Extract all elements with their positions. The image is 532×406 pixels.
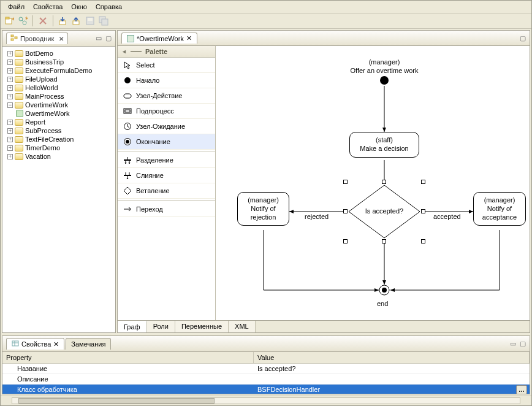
tree-item[interactable]: +MainProcess bbox=[2, 92, 115, 101]
maximize-icon[interactable]: ▢ bbox=[520, 340, 526, 348]
right-node[interactable]: (manager) Notify of acceptance bbox=[473, 192, 526, 226]
tree-item[interactable]: +Report bbox=[2, 118, 115, 126]
menu-window[interactable]: Окно bbox=[67, 2, 91, 12]
editor-header: *OwertimeWork ✕ ▢ bbox=[118, 31, 530, 46]
expand-icon[interactable]: + bbox=[7, 145, 13, 151]
drag-handle-icon[interactable] bbox=[131, 51, 142, 52]
tree-label: BotDemo bbox=[25, 50, 53, 57]
palette-item-subprocess[interactable]: Подпроцесс bbox=[118, 104, 215, 119]
col-value[interactable]: Value bbox=[254, 352, 530, 363]
palette-item-fork[interactable]: Разделение bbox=[118, 153, 215, 168]
tree-item[interactable]: +TextFileCreation bbox=[2, 135, 115, 144]
properties-columns: Property Value bbox=[2, 352, 530, 364]
palette-item-end[interactable]: Окончание bbox=[118, 134, 215, 150]
close-icon[interactable]: ✕ bbox=[186, 34, 192, 42]
col-property[interactable]: Property bbox=[2, 352, 254, 363]
new-process-icon[interactable]: ✶ bbox=[18, 16, 28, 26]
palette-header[interactable]: ◄ Palette bbox=[118, 46, 215, 58]
expand-icon[interactable]: + bbox=[7, 68, 13, 74]
editor-tab-xml[interactable]: XML bbox=[229, 321, 256, 332]
expand-icon[interactable]: + bbox=[7, 77, 13, 82]
property-value[interactable]: Is accepted? bbox=[254, 364, 530, 373]
tree-item-child[interactable]: OwertimeWork bbox=[2, 109, 115, 118]
expand-icon[interactable]: + bbox=[7, 154, 13, 159]
expand-icon[interactable]: + bbox=[7, 128, 13, 134]
start-node[interactable] bbox=[379, 75, 389, 85]
tab-label: Замечания bbox=[71, 340, 105, 348]
export-icon[interactable] bbox=[72, 16, 82, 26]
scrollbar-thumb[interactable] bbox=[18, 398, 215, 404]
tree-item[interactable]: +SubProcess bbox=[2, 126, 115, 135]
close-icon[interactable]: ✕ bbox=[59, 36, 64, 42]
palette-item-select[interactable]: Select bbox=[118, 58, 215, 73]
tree-item[interactable]: +HelloWorld bbox=[2, 83, 115, 92]
tree-item[interactable]: +TimerDemo bbox=[2, 144, 115, 152]
menu-file[interactable]: Файл bbox=[4, 2, 28, 12]
tree-item[interactable]: +BusinessTrip bbox=[2, 58, 115, 66]
diagram-canvas[interactable]: (manager) Offer an overtime work (staff)… bbox=[216, 46, 530, 320]
explorer-tab[interactable]: Проводник ✕ bbox=[6, 33, 68, 44]
tree-item[interactable]: +BotDemo bbox=[2, 49, 115, 58]
save-all-icon[interactable] bbox=[99, 16, 108, 26]
remarks-tab[interactable]: Замечания bbox=[66, 338, 111, 350]
explorer-tree: +BotDemo +BusinessTrip +ExecuteFormulaDe… bbox=[2, 47, 115, 332]
expand-icon[interactable]: + bbox=[7, 137, 13, 142]
collapse-icon[interactable]: − bbox=[7, 102, 13, 108]
svg-point-37 bbox=[382, 288, 387, 293]
palette-item-branch[interactable]: Ветвление bbox=[118, 183, 215, 199]
save-icon[interactable] bbox=[85, 16, 95, 26]
svg-rect-16 bbox=[11, 39, 13, 40]
palette-item-action[interactable]: Узел-Действие bbox=[118, 88, 215, 104]
property-row[interactable]: Описание bbox=[2, 374, 530, 385]
expand-icon[interactable]: + bbox=[7, 94, 13, 99]
palette-label: Переход bbox=[136, 205, 163, 213]
import-icon[interactable] bbox=[58, 16, 68, 26]
cursor-icon bbox=[123, 60, 132, 70]
folder-icon bbox=[15, 50, 23, 57]
expand-icon[interactable]: + bbox=[7, 120, 13, 125]
properties-tab[interactable]: Свойства ✕ bbox=[6, 338, 64, 350]
minimize-icon[interactable]: ▭ bbox=[510, 340, 516, 348]
menu-help[interactable]: Справка bbox=[92, 2, 126, 12]
decision-node[interactable]: (staff) Make a decision bbox=[349, 132, 419, 158]
maximize-icon[interactable]: ▢ bbox=[105, 34, 112, 42]
property-name: Название bbox=[2, 364, 254, 373]
separator bbox=[32, 15, 33, 26]
folder-icon bbox=[15, 119, 23, 126]
property-value[interactable] bbox=[254, 374, 530, 384]
palette-item-transition[interactable]: Переход bbox=[118, 202, 215, 217]
expand-icon[interactable]: + bbox=[7, 51, 13, 56]
folder-icon bbox=[15, 128, 23, 134]
palette-item-wait[interactable]: Узел-Ожидание bbox=[118, 119, 215, 134]
left-node[interactable]: (manager) Notify of rejection bbox=[237, 192, 289, 226]
tree-item[interactable]: −OvertimeWork bbox=[2, 101, 115, 109]
collapse-left-icon[interactable]: ◄ bbox=[121, 48, 127, 55]
property-row[interactable]: Название Is accepted? bbox=[2, 364, 530, 374]
start-label: Offer an overtime work bbox=[338, 67, 430, 74]
tree-item[interactable]: +FileUpload bbox=[2, 75, 115, 83]
expand-icon[interactable]: + bbox=[7, 59, 13, 65]
palette-item-join[interactable]: Слияние bbox=[118, 168, 215, 183]
subprocess-icon bbox=[123, 106, 132, 116]
property-value[interactable]: BSFDecisionHandler … bbox=[254, 385, 530, 394]
palette-item-start[interactable]: Начало bbox=[118, 73, 215, 88]
new-project-icon[interactable]: ✶ bbox=[4, 16, 14, 26]
maximize-icon[interactable]: ▢ bbox=[520, 34, 526, 42]
menu-properties[interactable]: Свойства bbox=[29, 2, 66, 12]
edit-button[interactable]: … bbox=[516, 385, 527, 394]
editor-tab[interactable]: *OwertimeWork ✕ bbox=[121, 33, 197, 44]
editor-tab-graph[interactable]: Граф bbox=[118, 321, 147, 332]
expand-icon[interactable]: + bbox=[7, 85, 13, 91]
horizontal-scrollbar[interactable] bbox=[1, 396, 531, 405]
close-icon[interactable]: ✕ bbox=[53, 340, 59, 348]
tree-item[interactable]: +ExecuteFormulaDemo bbox=[2, 66, 115, 75]
minimize-icon[interactable]: ▭ bbox=[96, 34, 102, 42]
editor-body: ◄ Palette Select Начало Узел-Действие По… bbox=[118, 46, 530, 320]
editor-tab-roles[interactable]: Роли bbox=[147, 321, 175, 332]
selection-handles[interactable] bbox=[345, 182, 424, 242]
editor-tab-vars[interactable]: Переменные bbox=[175, 321, 229, 332]
tree-item[interactable]: +Vacation bbox=[2, 152, 115, 161]
delete-icon[interactable] bbox=[38, 16, 48, 26]
end-node[interactable] bbox=[379, 285, 390, 296]
property-row-selected[interactable]: Класс обработчика BSFDecisionHandler … bbox=[2, 385, 530, 394]
